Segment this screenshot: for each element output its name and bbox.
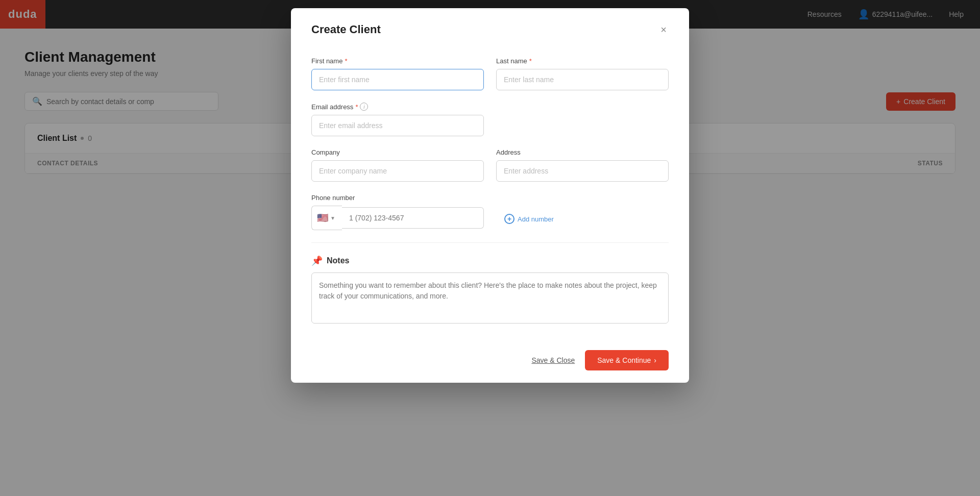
last-name-label: Last name * — [496, 57, 669, 65]
modal-header: Create Client × — [291, 8, 689, 47]
last-name-group: Last name * — [496, 57, 669, 90]
email-label: Email address * i — [311, 103, 484, 111]
phone-country-select[interactable]: 🇺🇸 ▼ — [311, 206, 342, 230]
phone-flag-icon: 🇺🇸 — [317, 212, 328, 224]
notes-icon: 📌 — [311, 255, 323, 266]
create-client-modal: Create Client × First name * — [291, 8, 689, 383]
modal-body: First name * Last name * — [291, 47, 689, 326]
add-number-button[interactable]: + Add number — [504, 214, 554, 224]
email-group: Email address * i — [311, 103, 484, 136]
notes-section: 📌 Notes — [311, 255, 669, 326]
save-continue-arrow: › — [654, 356, 656, 364]
first-name-group: First name * — [311, 57, 484, 90]
address-group: Address — [496, 148, 669, 182]
company-label: Company — [311, 148, 484, 156]
notes-header: 📌 Notes — [311, 255, 669, 266]
section-divider — [311, 242, 669, 243]
first-name-input[interactable] — [311, 69, 484, 90]
first-name-required: * — [345, 57, 347, 65]
save-continue-button[interactable]: Save & Continue › — [585, 350, 669, 370]
first-name-label: First name * — [311, 57, 484, 65]
company-address-row: Company Address — [311, 148, 669, 182]
add-number-plus-icon: + — [504, 214, 514, 224]
last-name-input[interactable] — [496, 69, 669, 90]
email-row: Email address * i — [311, 103, 669, 136]
modal-close-button[interactable]: × — [658, 22, 669, 37]
address-label: Address — [496, 148, 669, 156]
phone-input[interactable] — [342, 207, 484, 229]
phone-row: Phone number 🇺🇸 ▼ + — [311, 194, 669, 230]
notes-title: Notes — [327, 256, 349, 265]
phone-chevron-icon: ▼ — [330, 215, 335, 221]
background-page: duda Resources 👤 6229411a@uifee... Help … — [0, 0, 980, 496]
save-close-button[interactable]: Save & Close — [531, 356, 575, 364]
modal-title: Create Client — [311, 23, 381, 36]
phone-input-row: 🇺🇸 ▼ — [311, 206, 484, 230]
notes-textarea[interactable] — [311, 272, 669, 324]
email-info-icon[interactable]: i — [360, 103, 368, 111]
name-row: First name * Last name * — [311, 57, 669, 90]
email-required: * — [355, 103, 358, 111]
company-input[interactable] — [311, 160, 484, 182]
modal-overlay: Create Client × First name * — [0, 0, 980, 496]
phone-group: Phone number 🇺🇸 ▼ — [311, 194, 484, 230]
last-name-required: * — [529, 57, 532, 65]
email-input[interactable] — [311, 115, 484, 136]
company-group: Company — [311, 148, 484, 182]
modal-footer: Save & Close Save & Continue › — [291, 338, 689, 383]
address-input[interactable] — [496, 160, 669, 182]
phone-label: Phone number — [311, 194, 484, 202]
add-number-container: + Add number — [496, 194, 554, 230]
